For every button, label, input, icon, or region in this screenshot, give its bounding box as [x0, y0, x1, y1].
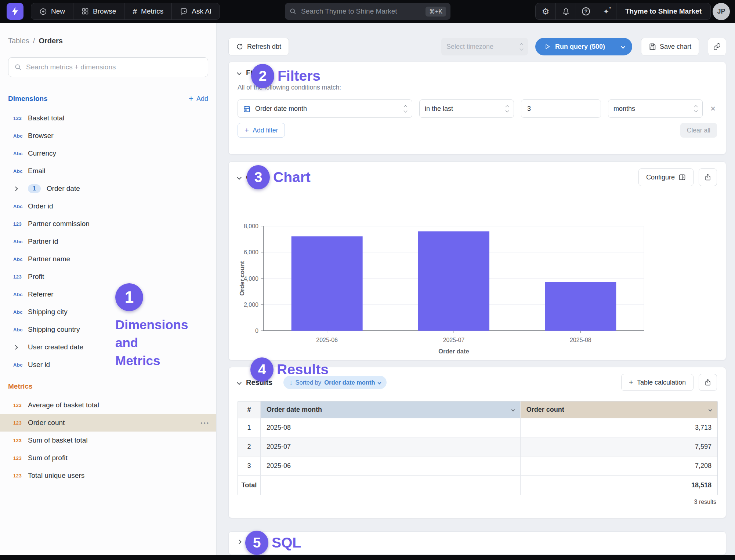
collapse-chevron-icon[interactable] [237, 175, 242, 180]
user-avatar[interactable]: JP [713, 3, 730, 20]
dimension-item[interactable]: 123Basket total [0, 109, 216, 127]
filter-operator-select[interactable]: in the last [419, 99, 514, 118]
dimension-item[interactable]: 123Partner commission [0, 215, 216, 233]
org-switcher[interactable]: Thyme to Shine Market [616, 3, 710, 19]
text-field-icon: Abc [13, 168, 28, 174]
refresh-dbt-button[interactable]: Refresh dbt [228, 38, 289, 55]
bar-2025-08[interactable] [545, 282, 616, 331]
sorted-by-pill[interactable]: ↓ Sorted by Order date month [283, 376, 386, 389]
dimension-item[interactable]: 1Order date [0, 180, 216, 197]
text-field-icon: Abc [13, 257, 28, 262]
dimension-label: Order id [28, 202, 53, 210]
plus-icon: + [629, 378, 633, 387]
dimension-item[interactable]: AbcReferrer [0, 286, 216, 303]
fields-search-input[interactable] [26, 63, 202, 71]
dimension-cell[interactable]: 2025-07 [261, 437, 521, 457]
run-query-dropdown[interactable] [614, 38, 632, 55]
text-field-icon: Abc [13, 239, 28, 244]
bar-2025-06[interactable] [292, 236, 363, 331]
dimension-cell[interactable]: 2025-06 [261, 457, 521, 476]
dimension-cell[interactable]: 2025-08 [261, 418, 521, 437]
dimension-item[interactable]: AbcShipping country [0, 321, 216, 338]
remove-filter-button[interactable]: × [710, 104, 716, 113]
chart-section-title: Chart [246, 173, 265, 182]
metrics-nav-label: Metrics [141, 7, 163, 15]
dimension-label: Browser [28, 132, 54, 140]
column-header[interactable]: Order count [521, 401, 717, 418]
bar-2025-07[interactable] [418, 231, 489, 331]
dimension-item[interactable]: AbcPartner id [0, 233, 216, 250]
row-number-cell: 2 [238, 437, 261, 457]
configure-button[interactable]: Configure [638, 168, 694, 186]
play-icon [544, 43, 551, 50]
results-section-title: Results [246, 378, 272, 387]
collapse-chevron-icon[interactable] [237, 380, 242, 385]
ask-ai-button[interactable]: Ask AI [172, 3, 220, 19]
fields-search[interactable] [8, 57, 208, 77]
metric-cell[interactable]: 3,713 [521, 418, 717, 437]
clear-all-button[interactable]: Clear all [680, 123, 717, 138]
breadcrumb-tables[interactable]: Tables [8, 37, 29, 45]
grid-icon [82, 8, 89, 15]
metric-item[interactable]: 123Order count••• [0, 414, 216, 432]
global-search-input[interactable] [301, 7, 421, 15]
global-search[interactable]: ⌘+K [285, 3, 450, 20]
svg-text:2025-08: 2025-08 [570, 337, 591, 343]
dimension-item[interactable]: AbcBrowser [0, 127, 216, 145]
share-icon [704, 174, 712, 181]
run-query-button[interactable]: Run query (500) [535, 38, 632, 55]
keyboard-shortcut-badge: ⌘+K [426, 7, 446, 17]
plus-icon: + [189, 95, 193, 103]
column-header[interactable]: Order date month [261, 401, 521, 418]
collapse-chevron-icon[interactable] [237, 70, 242, 75]
dimension-item[interactable]: User created date [0, 338, 216, 356]
filter-value-field[interactable] [521, 100, 601, 117]
results-table: #Order date monthOrder count12025-083,71… [238, 401, 718, 495]
svg-text:2,000: 2,000 [244, 302, 258, 308]
export-chart-button[interactable] [699, 168, 717, 186]
table-calculation-button[interactable]: + Table calculation [621, 374, 694, 391]
dimension-item[interactable]: AbcEmail [0, 162, 216, 180]
metric-item[interactable]: 123Sum of basket total [0, 432, 216, 449]
more-options-icon[interactable]: ••• [200, 420, 210, 426]
help-button[interactable]: ? [576, 3, 596, 19]
dimension-item[interactable]: AbcShipping city [0, 303, 216, 321]
metric-cell[interactable]: 7,597 [521, 437, 717, 457]
svg-text:Order date: Order date [438, 348, 469, 354]
sql-section-title: SQL [246, 538, 261, 546]
metrics-nav-button[interactable]: # Metrics [124, 3, 172, 19]
explore-sidebar: Tables / Orders Dimensions +Add 123Baske… [0, 23, 217, 555]
collapse-chevron-icon[interactable] [237, 539, 242, 544]
settings-button[interactable]: ⚙ [536, 3, 556, 19]
app-logo[interactable] [7, 3, 23, 20]
browse-button[interactable]: Browse [73, 3, 124, 19]
chat-sparkle-icon [180, 8, 188, 15]
number-field-icon: 123 [13, 116, 28, 121]
add-filter-button[interactable]: + Add filter [238, 123, 285, 138]
metric-item[interactable]: 123Average of basket total [0, 396, 216, 414]
filter-field-select[interactable]: Order date month [238, 99, 412, 118]
new-button[interactable]: New [31, 3, 73, 19]
total-label-cell: Total [238, 476, 261, 495]
dimension-item[interactable]: AbcUser id [0, 356, 216, 374]
ai-sparkles-button[interactable]: ✦✦ [596, 3, 616, 19]
dimension-item[interactable]: AbcOrder id [0, 197, 216, 215]
metric-cell[interactable]: 7,208 [521, 457, 717, 476]
notifications-button[interactable] [556, 3, 576, 19]
add-dimension-button[interactable]: +Add [189, 95, 208, 103]
dimension-label: Referrer [28, 290, 54, 298]
number-field-icon: 123 [13, 438, 28, 443]
metric-item[interactable]: 123Total unique users [0, 467, 216, 484]
timezone-select[interactable]: Select timezone [441, 38, 528, 55]
svg-text:2025-07: 2025-07 [443, 337, 465, 343]
dimension-item[interactable]: 123Profit [0, 268, 216, 286]
dimension-label: Partner name [28, 255, 70, 263]
export-results-button[interactable] [699, 374, 717, 391]
metric-item[interactable]: 123Sum of profit [0, 449, 216, 467]
copy-link-button[interactable] [708, 38, 726, 55]
dimension-item[interactable]: AbcPartner name [0, 250, 216, 268]
gear-icon: ⚙ [542, 7, 550, 16]
dimension-item[interactable]: AbcCurrency [0, 145, 216, 162]
save-chart-button[interactable]: Save chart [641, 38, 699, 55]
filter-unit-select[interactable]: months [608, 99, 703, 118]
